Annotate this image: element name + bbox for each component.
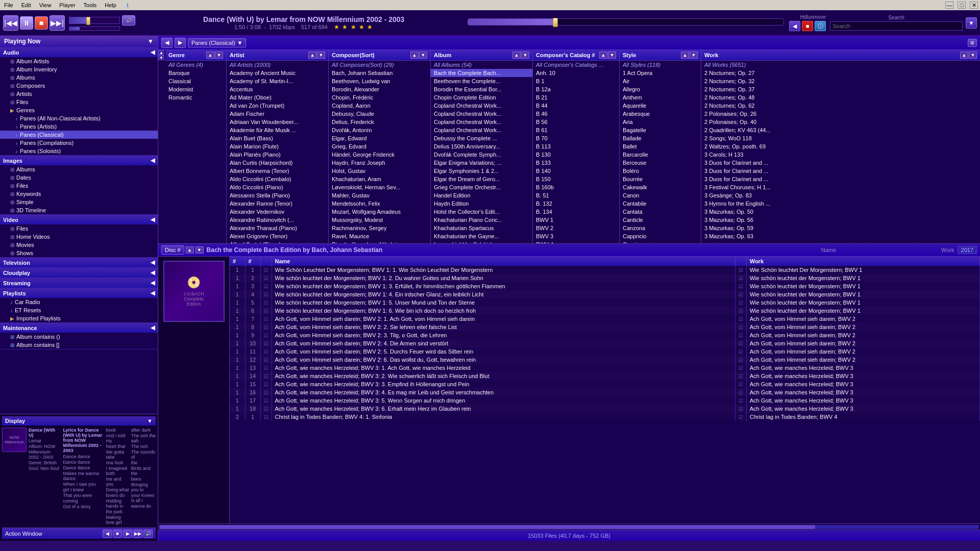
- composer-sort-desc[interactable]: ▼: [419, 52, 427, 59]
- composer-item-3[interactable]: Chopin, Frédéric: [329, 93, 430, 102]
- catalog-item-19[interactable]: BWV 2: [533, 224, 619, 232]
- work-item-15[interactable]: 3 Gesänge; Op. 83: [701, 191, 980, 199]
- table-row[interactable]: 2 1 ☑ Christ lag in Todes Banden; BWV 4:…: [230, 413, 980, 421]
- style-item-13[interactable]: Cakewalk: [620, 183, 701, 191]
- work-item-5[interactable]: 2 Polonaises; Op. 26: [701, 110, 980, 118]
- work-sort-desc[interactable]: ▼: [969, 52, 977, 59]
- artist-item-5[interactable]: Adam Fischer: [227, 110, 328, 118]
- track-check[interactable]: ☑: [260, 339, 272, 347]
- work-item-12[interactable]: 3 Duos for Clarinet and ...: [701, 167, 980, 175]
- track-check[interactable]: ☑: [260, 405, 272, 413]
- style-item-9[interactable]: Barcarolle: [620, 151, 701, 159]
- track-check[interactable]: ☑: [260, 315, 272, 323]
- style-item-12[interactable]: Bourrée: [620, 175, 701, 183]
- track-check[interactable]: ☑: [260, 356, 272, 364]
- work-item-20[interactable]: 3 Mazurkas; Op. 63: [701, 232, 980, 240]
- sidebar-item-video-files[interactable]: ⊞ Files: [0, 224, 158, 233]
- menu-item-file[interactable]: File: [2, 2, 15, 8]
- browser-forward-button[interactable]: ▶: [175, 38, 186, 48]
- table-row[interactable]: 1 3 ☑ Wie schön leuchtet der Morgenstern…: [230, 282, 980, 290]
- album-sort-desc[interactable]: ▼: [521, 52, 529, 59]
- catalog-item-2[interactable]: B 12a: [533, 85, 619, 93]
- track-check2[interactable]: ☑: [735, 388, 746, 396]
- track-check[interactable]: ☑: [260, 380, 272, 388]
- nav-vol-button[interactable]: 🔊: [143, 530, 153, 538]
- style-item-17[interactable]: Canticle: [620, 216, 701, 224]
- artist-item-6[interactable]: Adriaan Van Woudenbeer...: [227, 118, 328, 126]
- sidebar-item-panes-soloists[interactable]: ♪ Panes (Soloists): [0, 147, 158, 155]
- composer-item-20[interactable]: Ravel, Maurice: [329, 232, 430, 240]
- track-check[interactable]: ☑: [260, 323, 272, 331]
- catalog-item-12[interactable]: B 140: [533, 167, 619, 175]
- table-row[interactable]: 1 7 ☑ Ach Gott, vom Himmel sieh darein; …: [230, 315, 980, 323]
- nav-prev-button[interactable]: ◀: [103, 530, 112, 538]
- track-table-container[interactable]: # # Name Work 1 1 ☑ Wie Schön Leuchtet D…: [230, 257, 980, 523]
- track-stars[interactable]: ★ ★ ★ ★ ★: [334, 23, 373, 31]
- album-sort-asc[interactable]: ▲: [512, 52, 521, 59]
- sidebar-item-artists[interactable]: ⊞ Artists: [0, 90, 158, 98]
- sidebar-item-images-dates[interactable]: ⊞ Dates: [0, 173, 158, 182]
- style-item-14[interactable]: Canon: [620, 191, 701, 199]
- artist-item-3[interactable]: Ad Mater (Oboe): [227, 93, 328, 102]
- composer-item-12[interactable]: Holst, Gustav: [329, 167, 430, 175]
- artist-item-4[interactable]: Ad van Zon (Trumpet): [227, 102, 328, 110]
- album-item-13[interactable]: Elgar the Dream of Gero...: [431, 175, 532, 183]
- genre-item-classical[interactable]: Classical: [165, 77, 226, 85]
- artist-item-13[interactable]: Aldo Ciccolini (Cembalo): [227, 175, 328, 183]
- artist-header[interactable]: Artist ▲ ▼: [227, 50, 328, 61]
- composer-item-8[interactable]: Elgar, Edward: [329, 134, 430, 142]
- sidebar-item-shows[interactable]: ⊞ Shows: [0, 249, 158, 257]
- album-item-0[interactable]: Bach the Complete Bach...: [431, 69, 532, 77]
- catalog-sort-desc[interactable]: ▼: [608, 52, 616, 59]
- images-header[interactable]: Images ◀: [0, 156, 158, 165]
- table-row[interactable]: 1 13 ☑ Ach Gott, wie manches Herzeleid; …: [230, 364, 980, 372]
- catalog-item-11[interactable]: B 133: [533, 159, 619, 167]
- album-item-14[interactable]: Grieg Complete Orchestr...: [431, 183, 532, 191]
- table-row[interactable]: 1 11 ☑ Ach Gott, vom Himmel sieh darein;…: [230, 347, 980, 356]
- catalog-item-7[interactable]: B 61: [533, 126, 619, 134]
- style-item-3[interactable]: Aquarelle: [620, 102, 701, 110]
- album-item-17[interactable]: Holst the Collector's Edit...: [431, 208, 532, 216]
- table-row[interactable]: 1 5 ☑ Wie schön leuchtet der Morgenstern…: [230, 298, 980, 307]
- album-item-2[interactable]: Borodin the Essential Bor...: [431, 85, 532, 93]
- catalog-item-14[interactable]: B 160b: [533, 183, 619, 191]
- menu-item-edit[interactable]: Edit: [19, 2, 33, 8]
- table-row[interactable]: 1 1 ☑ Wie Schön Leuchtet Der Morgenstern…: [230, 266, 980, 274]
- sidebar-item-album-contains-parens[interactable]: ⊞ Album contains (): [0, 333, 158, 341]
- catalog-item-3[interactable]: B 21: [533, 93, 619, 102]
- work-all-item[interactable]: All Works (5651): [701, 61, 980, 69]
- sidebar-item-movies[interactable]: ⊞ Movies: [0, 241, 158, 249]
- style-item-6[interactable]: Bagatelle: [620, 126, 701, 134]
- sidebar-item-panes-compilations[interactable]: ♪ Panes (Compilations): [0, 139, 158, 147]
- track-check[interactable]: ☑: [260, 372, 272, 380]
- composer-item-7[interactable]: Dvořák, Antonín: [329, 126, 430, 134]
- genre-header[interactable]: Genre ▲ ▼: [165, 50, 226, 61]
- video-header[interactable]: Video ◀: [0, 215, 158, 224]
- artist-item-11[interactable]: Alan Curtis (Harpsichord): [227, 159, 328, 167]
- progress-bar[interactable]: [468, 18, 785, 26]
- display-collapse[interactable]: ▼: [147, 418, 153, 424]
- scroll-up-button[interactable]: ▲: [158, 50, 164, 55]
- composer-sort-asc[interactable]: ▲: [410, 52, 419, 59]
- work-item-10[interactable]: 3 Carols; H 133: [701, 151, 980, 159]
- track-check2[interactable]: ☑: [735, 405, 746, 413]
- catalog-header[interactable]: Composer's Catalog # ▲ ▼: [533, 50, 619, 61]
- menu-item-help[interactable]: Help: [103, 2, 118, 8]
- work-item-6[interactable]: 2 Polonaises; Op. 40: [701, 118, 980, 126]
- album-item-11[interactable]: Elgar Enigma Variations; ...: [431, 159, 532, 167]
- work-item-14[interactable]: 3 Festival Choruses; H 1...: [701, 183, 980, 191]
- style-item-10[interactable]: Berceuse: [620, 159, 701, 167]
- sidebar-item-albums[interactable]: ⊞ Albums: [0, 73, 158, 82]
- composer-item-0[interactable]: Bach, Johann Sebastian: [329, 69, 430, 77]
- composer-item-4[interactable]: Copland, Aaron: [329, 102, 430, 110]
- disc-sort-button[interactable]: Disc #: [161, 245, 184, 255]
- album-item-1[interactable]: Beethoven the Complete...: [431, 77, 532, 85]
- genre-item-modernist[interactable]: Modernist: [165, 85, 226, 93]
- style-item-19[interactable]: Cappricio: [620, 232, 701, 240]
- style-item-18[interactable]: Canzona: [620, 224, 701, 232]
- composer-all-item[interactable]: All Composers(Sort) (29): [329, 61, 430, 69]
- search-input[interactable]: [832, 23, 955, 29]
- album-all-item[interactable]: All Albums (54): [431, 61, 532, 69]
- nav-stop-button[interactable]: ■: [113, 530, 122, 538]
- work-item-11[interactable]: 3 Duos for Clarinet and ...: [701, 159, 980, 167]
